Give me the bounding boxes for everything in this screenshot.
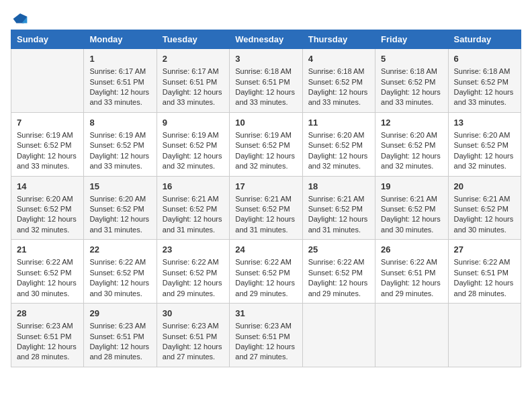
calendar-cell: 6Sunrise: 6:18 AMSunset: 6:52 PMDaylight… [448, 49, 521, 113]
cell-info-line: Sunrise: 6:20 AM [381, 130, 442, 140]
calendar-cell: 31Sunrise: 6:23 AMSunset: 6:51 PMDayligh… [230, 304, 302, 367]
cell-info-line: and 33 minutes. [454, 97, 515, 107]
calendar-cell: 3Sunrise: 6:18 AMSunset: 6:51 PMDaylight… [230, 49, 302, 113]
day-number: 27 [454, 244, 515, 256]
day-header-tuesday: Tuesday [157, 30, 229, 49]
calendar-cell: 5Sunrise: 6:18 AMSunset: 6:52 PMDaylight… [375, 49, 448, 113]
cell-info-line: and 33 minutes. [163, 97, 224, 107]
cell-info-line: Sunrise: 6:22 AM [163, 257, 224, 267]
calendar-cell: 18Sunrise: 6:21 AMSunset: 6:52 PMDayligh… [302, 176, 375, 240]
cell-info-line: Sunrise: 6:23 AM [235, 321, 296, 331]
cell-info-line: Sunrise: 6:18 AM [381, 66, 442, 77]
cell-info-line: Sunrise: 6:20 AM [89, 194, 150, 204]
cell-info-line: Sunrise: 6:21 AM [454, 194, 515, 204]
calendar-cell: 27Sunrise: 6:22 AMSunset: 6:51 PMDayligh… [448, 240, 521, 304]
cell-info-line: Sunrise: 6:20 AM [17, 194, 78, 204]
cell-info-line: and 31 minutes. [163, 225, 224, 235]
calendar-cell: 7Sunrise: 6:19 AMSunset: 6:52 PMDaylight… [11, 112, 84, 176]
cell-info-line: Sunrise: 6:19 AM [17, 130, 78, 140]
cell-info-line: Daylight: 12 hours [308, 278, 369, 288]
calendar-table: SundayMondayTuesdayWednesdayThursdayFrid… [11, 30, 521, 367]
cell-info-line: Sunrise: 6:20 AM [308, 130, 369, 140]
cell-info-line: Daylight: 12 hours [89, 342, 150, 352]
cell-info-line: Sunset: 6:52 PM [235, 268, 296, 278]
cell-info-line: Daylight: 12 hours [235, 151, 296, 161]
week-row-4: 21Sunrise: 6:22 AMSunset: 6:52 PMDayligh… [11, 240, 521, 304]
cell-info-line: Daylight: 12 hours [235, 278, 296, 288]
cell-info-line: Daylight: 12 hours [381, 151, 442, 161]
week-row-1: 1Sunrise: 6:17 AMSunset: 6:51 PMDaylight… [11, 49, 521, 113]
day-number: 25 [308, 244, 369, 256]
day-number: 23 [163, 244, 224, 256]
day-header-monday: Monday [84, 30, 157, 49]
day-number: 2 [163, 53, 224, 65]
cell-info-line: Sunset: 6:52 PM [454, 77, 515, 87]
cell-info-line: Sunrise: 6:19 AM [163, 130, 224, 140]
cell-info-line: Daylight: 12 hours [381, 278, 442, 288]
calendar-cell: 10Sunrise: 6:19 AMSunset: 6:52 PMDayligh… [230, 112, 302, 176]
cell-info-line: Sunset: 6:52 PM [163, 268, 224, 278]
calendar-cell: 1Sunrise: 6:17 AMSunset: 6:51 PMDaylight… [84, 49, 157, 113]
cell-info-line: Daylight: 12 hours [17, 278, 78, 288]
cell-info-line: Daylight: 12 hours [89, 151, 150, 161]
calendar-cell: 17Sunrise: 6:21 AMSunset: 6:52 PMDayligh… [230, 176, 302, 240]
cell-info-line: Daylight: 12 hours [235, 342, 296, 352]
calendar-cell: 16Sunrise: 6:21 AMSunset: 6:52 PMDayligh… [157, 176, 229, 240]
cell-info-line: Sunset: 6:52 PM [454, 204, 515, 214]
calendar-cell: 30Sunrise: 6:23 AMSunset: 6:51 PMDayligh… [157, 304, 229, 367]
logo [11, 11, 28, 24]
cell-info-line: Sunset: 6:52 PM [163, 140, 224, 150]
cell-info-line: Sunset: 6:52 PM [381, 140, 442, 150]
cell-info-line: and 32 minutes. [235, 161, 296, 171]
cell-info-line: Sunrise: 6:23 AM [17, 321, 78, 331]
cell-info-line: Daylight: 12 hours [308, 87, 369, 97]
cell-info-line: Sunset: 6:52 PM [17, 268, 78, 278]
cell-info-line: Sunrise: 6:23 AM [89, 321, 150, 331]
cell-info-line: and 33 minutes. [17, 161, 78, 171]
cell-info-line: Sunset: 6:52 PM [381, 204, 442, 214]
cell-info-line: Daylight: 12 hours [17, 342, 78, 352]
header [11, 11, 521, 24]
cell-info-line: Sunrise: 6:20 AM [454, 130, 515, 140]
cell-info-line: and 29 minutes. [381, 289, 442, 299]
cell-info-line: Sunrise: 6:22 AM [89, 257, 150, 267]
day-number: 1 [89, 53, 150, 65]
cell-info-line: Daylight: 12 hours [163, 342, 224, 352]
cell-info-line: Sunrise: 6:21 AM [381, 194, 442, 204]
calendar-cell: 4Sunrise: 6:18 AMSunset: 6:52 PMDaylight… [302, 49, 375, 113]
day-number: 16 [163, 181, 224, 193]
week-row-2: 7Sunrise: 6:19 AMSunset: 6:52 PMDaylight… [11, 112, 521, 176]
day-number: 9 [163, 117, 224, 129]
cell-info-line: Sunrise: 6:22 AM [308, 257, 369, 267]
cell-info-line: and 27 minutes. [163, 352, 224, 362]
calendar-cell: 24Sunrise: 6:22 AMSunset: 6:52 PMDayligh… [230, 240, 302, 304]
cell-info-line: and 33 minutes. [89, 161, 150, 171]
day-number: 22 [89, 244, 150, 256]
calendar-cell: 20Sunrise: 6:21 AMSunset: 6:52 PMDayligh… [448, 176, 521, 240]
cell-info-line: and 30 minutes. [89, 289, 150, 299]
cell-info-line: Sunset: 6:52 PM [308, 268, 369, 278]
cell-info-line: Sunrise: 6:22 AM [17, 257, 78, 267]
calendar-cell: 23Sunrise: 6:22 AMSunset: 6:52 PMDayligh… [157, 240, 229, 304]
calendar-cell: 29Sunrise: 6:23 AMSunset: 6:51 PMDayligh… [84, 304, 157, 367]
day-number: 13 [454, 117, 515, 129]
cell-info-line: Daylight: 12 hours [308, 151, 369, 161]
calendar-cell: 13Sunrise: 6:20 AMSunset: 6:52 PMDayligh… [448, 112, 521, 176]
calendar-cell: 14Sunrise: 6:20 AMSunset: 6:52 PMDayligh… [11, 176, 84, 240]
cell-info-line: Sunrise: 6:21 AM [308, 194, 369, 204]
day-header-thursday: Thursday [302, 30, 375, 49]
cell-info-line: Daylight: 12 hours [163, 151, 224, 161]
day-number: 15 [89, 181, 150, 193]
cell-info-line: Sunset: 6:52 PM [308, 77, 369, 87]
day-number: 31 [235, 308, 296, 320]
week-row-3: 14Sunrise: 6:20 AMSunset: 6:52 PMDayligh… [11, 176, 521, 240]
cell-info-line: and 29 minutes. [163, 289, 224, 299]
cell-info-line: Sunrise: 6:17 AM [89, 66, 150, 77]
calendar-cell: 22Sunrise: 6:22 AMSunset: 6:52 PMDayligh… [84, 240, 157, 304]
cell-info-line: and 29 minutes. [308, 289, 369, 299]
day-header-saturday: Saturday [448, 30, 521, 49]
cell-info-line: Daylight: 12 hours [454, 151, 515, 161]
header-row: SundayMondayTuesdayWednesdayThursdayFrid… [11, 30, 521, 49]
cell-info-line: Daylight: 12 hours [235, 87, 296, 97]
day-number: 28 [17, 308, 78, 320]
